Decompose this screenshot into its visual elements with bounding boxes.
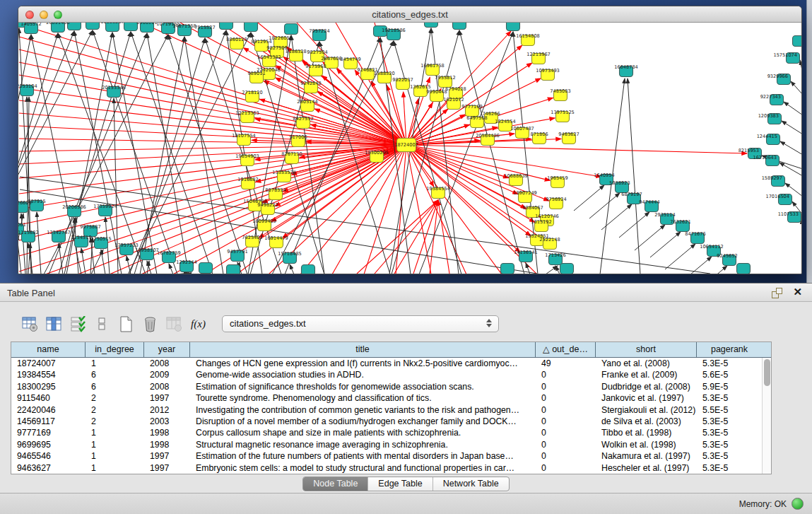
- close-panel-icon[interactable]: ✕: [793, 286, 802, 298]
- graph-node-label: 9827504: [307, 49, 327, 55]
- network-canvas: 1405572208914061065328715276026966161107…: [18, 23, 801, 274]
- graph-node-label: 1589297: [762, 175, 782, 181]
- graph-edge: [780, 141, 801, 155]
- graph-node-label: 19384554: [426, 186, 450, 192]
- table-cell: 2: [86, 392, 144, 404]
- table-row[interactable]: 1456911722003Disruption of a novel membe…: [11, 416, 771, 427]
- table-row[interactable]: 946554611997Estimation of the future num…: [11, 450, 771, 462]
- graph-edge: [147, 33, 189, 274]
- graph-node-label: 6966161: [136, 23, 157, 25]
- table-cell: 1: [86, 427, 144, 438]
- table-cell: 2003: [144, 416, 190, 427]
- table-cell: 5.3E-5: [697, 450, 762, 462]
- new-table-button[interactable]: [117, 315, 135, 333]
- table-cell: Tibbo et al. (1998): [596, 427, 697, 438]
- graph-node-label: 8878334: [265, 187, 286, 193]
- table-row[interactable]: 1872400712008Changes of HCN gene express…: [11, 358, 771, 369]
- graph-node-label: 917006: [289, 134, 307, 140]
- window-title: citations_edges.txt: [18, 9, 801, 20]
- graph-node[interactable]: [302, 265, 315, 274]
- scrollbar-thumb[interactable]: [764, 359, 770, 386]
- table-header-row: namein_degreeyeartitle△ out_de…shortpage…: [11, 342, 771, 358]
- table-settings-icon: [22, 316, 38, 332]
- table-cell: 5.3E-5: [697, 392, 762, 404]
- column-header-out_de[interactable]: △ out_de…: [536, 342, 596, 357]
- table-row[interactable]: 1938455462009Genome-wide association stu…: [11, 369, 771, 380]
- function-builder-button[interactable]: f(x): [189, 315, 207, 333]
- table-cell: 2009: [144, 369, 190, 380]
- graph-node-label: 16782759: [157, 250, 181, 256]
- table-row[interactable]: 969969511998Structural magnetic resonanc…: [11, 439, 771, 450]
- table-cell: 5.5E-5: [697, 404, 762, 416]
- memory-status-indicator-icon[interactable]: [792, 498, 804, 510]
- graph-node[interactable]: [453, 23, 466, 30]
- import-table-button[interactable]: [165, 315, 183, 333]
- tab-node-table[interactable]: Node Table: [303, 477, 367, 491]
- memory-status-label: Memory: OK: [739, 499, 787, 509]
- graph-edge: [406, 145, 747, 153]
- table-cell: 18300295: [11, 381, 86, 392]
- graph-edge: [546, 266, 558, 274]
- graph-node[interactable]: [285, 24, 298, 35]
- table-row[interactable]: 2242004622012Investigating the contribut…: [11, 404, 771, 416]
- table-cell: Embryonic stem cells: a model to study s…: [190, 462, 536, 474]
- table-cell: 1: [86, 450, 144, 462]
- tab-edge-table[interactable]: Edge Table: [367, 477, 432, 491]
- column-header-name[interactable]: name: [11, 342, 86, 357]
- delete-table-button[interactable]: [141, 315, 159, 333]
- column-header-year[interactable]: year: [144, 342, 190, 357]
- table-row[interactable]: 911546021997Tourette syndrome. Phenomeno…: [11, 392, 771, 404]
- graph-node[interactable]: [220, 23, 233, 30]
- graph-edge: [184, 37, 223, 274]
- show-columns-button[interactable]: [45, 315, 63, 333]
- graph-node-label: 8454749: [340, 57, 360, 62]
- graph-node-label: 1588520: [374, 71, 394, 76]
- graph-node[interactable]: [245, 23, 258, 32]
- table-row[interactable]: 977716911998Corpus callosum shape and si…: [11, 427, 771, 438]
- new-document-icon: [118, 316, 134, 332]
- graph-node[interactable]: [560, 264, 574, 274]
- graph-node[interactable]: [199, 263, 213, 274]
- table-cell: 2008: [144, 358, 190, 369]
- column-header-pagerank[interactable]: pagerank: [697, 342, 762, 357]
- table-cell: 2012: [144, 404, 190, 416]
- graph-edge: [459, 30, 524, 274]
- graph-node-label: 1209383: [758, 113, 779, 119]
- table-cell: 2008: [144, 381, 190, 392]
- table-scrollbar[interactable]: [762, 358, 771, 474]
- graph-node[interactable]: [501, 264, 514, 274]
- table-row[interactable]: 946362711997Embryonic stem cells: a mode…: [11, 462, 771, 474]
- graph-node-label: 2935114: [654, 212, 675, 218]
- table-row[interactable]: 1830029562008Estimation of significance …: [11, 381, 771, 392]
- select-all-rows-button[interactable]: [69, 315, 87, 333]
- table-cell: 1997: [144, 462, 190, 474]
- graph-node-label: 18226058: [269, 35, 293, 41]
- table-cell: Estimation of the future numbers of pati…: [190, 450, 536, 462]
- column-select-icon: [46, 316, 62, 332]
- table-cell: 0: [536, 369, 596, 380]
- graph-node-label: 7485083: [550, 88, 570, 94]
- float-panel-icon[interactable]: [772, 288, 782, 298]
- graph-node-label: 887915: [28, 199, 45, 204]
- column-header-in_degree[interactable]: in_degree: [86, 342, 144, 357]
- table-selector-dropdown[interactable]: citations_edges.txt: [222, 315, 499, 332]
- graph-node[interactable]: [227, 265, 240, 274]
- graph-node[interactable]: [793, 36, 802, 47]
- graph-edge: [589, 193, 620, 218]
- column-header-short[interactable]: short: [596, 342, 697, 357]
- table-mode-button[interactable]: [21, 315, 39, 333]
- table-toolbar: f(x) citations_edges.txt: [21, 313, 499, 335]
- window-titlebar[interactable]: citations_edges.txt: [18, 6, 801, 23]
- column-header-title[interactable]: title: [190, 342, 536, 357]
- network-canvas-container[interactable]: 1405572208914061065328715276026966161107…: [18, 23, 801, 274]
- tab-network-table[interactable]: Network Table: [433, 477, 509, 491]
- graph-node-label: 16543382: [257, 54, 281, 60]
- graph-node[interactable]: [425, 23, 438, 28]
- clear-selection-button[interactable]: [93, 315, 111, 333]
- graph-node[interactable]: [86, 23, 100, 30]
- graph-node[interactable]: [737, 264, 751, 274]
- table-cell: 1: [86, 439, 144, 450]
- graph-edge: [290, 264, 294, 274]
- graph-node-label: 16648784: [614, 64, 638, 70]
- table-cell: 9777169: [11, 427, 86, 438]
